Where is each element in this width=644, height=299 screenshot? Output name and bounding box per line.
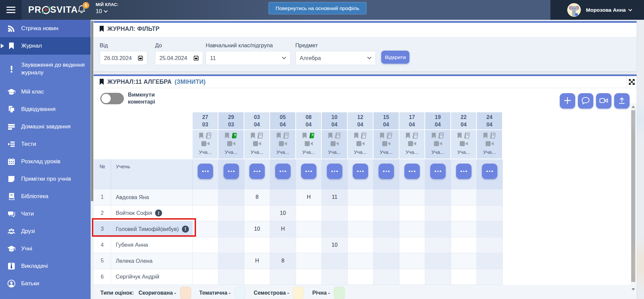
- open-journal-button[interactable]: Відкрити: [381, 51, 409, 64]
- grade-cell[interactable]: [193, 237, 218, 253]
- grade-cell[interactable]: [244, 269, 270, 285]
- lesson-menu-button[interactable]: [249, 164, 265, 179]
- grade-cell[interactable]: [218, 221, 244, 237]
- sidebar-item-homework[interactable]: Домашні завдання: [0, 118, 91, 135]
- date-from-input[interactable]: 26.03.2024: [100, 51, 147, 65]
- grade-cell[interactable]: [218, 189, 244, 205]
- grade-cell[interactable]: [477, 237, 503, 253]
- grade-cell[interactable]: [399, 189, 425, 205]
- grade-cell[interactable]: [399, 269, 425, 285]
- book-icon[interactable]: [335, 132, 341, 140]
- video-camera-icon[interactable]: [331, 141, 339, 147]
- lesson-date-header[interactable]: 1904: [425, 112, 451, 130]
- book-icon[interactable]: [309, 132, 315, 140]
- lesson-participants-link[interactable]: Уча...: [225, 149, 237, 155]
- bookmark-icon[interactable]: [328, 133, 333, 140]
- grade-cell[interactable]: [193, 221, 218, 237]
- bookmark-icon[interactable]: [302, 133, 307, 140]
- book-icon[interactable]: [360, 132, 367, 140]
- grade-cell[interactable]: [244, 237, 270, 253]
- left-scrollbar[interactable]: [91, 20, 94, 299]
- book-icon[interactable]: [257, 132, 264, 140]
- sidebar-item-remarks[interactable]: Зауваження до ведення журналу: [0, 55, 91, 83]
- sidebar-item-attendance[interactable]: Відвідування: [0, 101, 91, 118]
- lesson-menu-button[interactable]: [430, 164, 446, 179]
- grade-cell[interactable]: [399, 237, 425, 253]
- grade-cell[interactable]: [425, 189, 451, 205]
- grade-cell[interactable]: [425, 253, 451, 269]
- grade-cell[interactable]: Н: [270, 221, 296, 237]
- grade-cell[interactable]: Н: [296, 189, 322, 205]
- grade-cell[interactable]: [425, 205, 451, 222]
- book-icon[interactable]: [412, 132, 419, 140]
- grade-cell[interactable]: [374, 205, 399, 222]
- warning-icon[interactable]: !: [155, 210, 162, 217]
- lesson-participants-link[interactable]: Уча...: [250, 149, 263, 155]
- lesson-menu-button[interactable]: [301, 164, 316, 179]
- grade-cell[interactable]: 8: [270, 253, 296, 269]
- grade-cell[interactable]: [322, 269, 348, 285]
- grade-cell[interactable]: [348, 269, 374, 285]
- grade-cell[interactable]: [477, 269, 503, 285]
- sidebar-item-news-feed[interactable]: Стрічка новин: [0, 20, 91, 37]
- book-icon[interactable]: [386, 132, 393, 140]
- lesson-date-header[interactable]: 2404: [477, 112, 503, 130]
- video-camera-button[interactable]: [596, 93, 611, 109]
- lesson-participants-link[interactable]: Уча...: [483, 149, 496, 155]
- book-icon[interactable]: [205, 132, 212, 140]
- lesson-participants-link[interactable]: Уча...: [302, 149, 315, 155]
- lesson-date-header[interactable]: 1504: [374, 112, 399, 130]
- bookmark-icon[interactable]: [225, 133, 230, 140]
- grade-cell[interactable]: [218, 269, 244, 285]
- comment-button[interactable]: [578, 93, 593, 109]
- grade-cell[interactable]: 10: [244, 221, 270, 237]
- grade-cell[interactable]: [322, 253, 348, 269]
- sidebar-item-chats[interactable]: Чати: [0, 205, 91, 223]
- disable-comments-toggle[interactable]: [100, 93, 124, 104]
- grade-cell[interactable]: 10: [322, 237, 348, 253]
- bookmark-icon[interactable]: [250, 133, 255, 140]
- video-camera-icon[interactable]: [356, 141, 364, 147]
- lesson-date-header[interactable]: 1204: [348, 112, 374, 130]
- sidebar-item-my-class[interactable]: Мій клас: [0, 83, 91, 101]
- grade-cell[interactable]: [193, 189, 218, 205]
- sidebar-item-friends[interactable]: Друзі: [0, 223, 91, 240]
- grade-cell[interactable]: [399, 221, 425, 237]
- grade-cell[interactable]: [451, 269, 477, 285]
- video-camera-icon[interactable]: [305, 141, 313, 147]
- grade-cell[interactable]: [374, 189, 399, 205]
- lesson-participants-link[interactable]: Уча...: [431, 149, 444, 155]
- bookmark-icon[interactable]: [457, 133, 462, 140]
- bookmark-icon[interactable]: [199, 133, 204, 140]
- grade-cell[interactable]: [374, 269, 399, 285]
- grade-cell[interactable]: [348, 253, 374, 269]
- grade-cell[interactable]: [399, 253, 425, 269]
- grade-cell[interactable]: [451, 205, 477, 222]
- grade-cell[interactable]: 10: [270, 205, 296, 222]
- lesson-date-header[interactable]: 2903: [218, 112, 244, 130]
- bookmark-icon[interactable]: [431, 133, 436, 140]
- grade-cell[interactable]: [425, 221, 451, 237]
- grade-cell[interactable]: [270, 189, 296, 205]
- change-journal-link[interactable]: (ЗМІНИТИ): [175, 78, 205, 85]
- grade-cell[interactable]: [296, 253, 322, 269]
- lesson-menu-button[interactable]: [404, 164, 420, 179]
- lesson-participants-link[interactable]: Уча...: [380, 149, 392, 155]
- lesson-date-header[interactable]: 2204: [451, 112, 477, 130]
- lesson-menu-button[interactable]: [198, 164, 213, 179]
- grade-cell[interactable]: [374, 237, 399, 253]
- video-camera-icon[interactable]: [227, 141, 235, 147]
- upload-button[interactable]: [614, 93, 630, 109]
- bookmark-icon[interactable]: [405, 133, 410, 140]
- video-camera-icon[interactable]: [434, 141, 442, 147]
- grade-cell[interactable]: Н: [244, 253, 270, 269]
- notifications-bell[interactable]: 5: [77, 4, 91, 16]
- sidebar-item-student-notes[interactable]: Примітки про учнів: [0, 170, 91, 188]
- book-icon[interactable]: [283, 132, 290, 140]
- grade-cell[interactable]: [477, 205, 503, 222]
- book-icon[interactable]: [464, 132, 470, 140]
- grade-cell[interactable]: [193, 253, 218, 269]
- scroll-down-arrow[interactable]: [632, 288, 635, 291]
- video-camera-icon[interactable]: [279, 141, 287, 147]
- grade-cell[interactable]: [477, 253, 503, 269]
